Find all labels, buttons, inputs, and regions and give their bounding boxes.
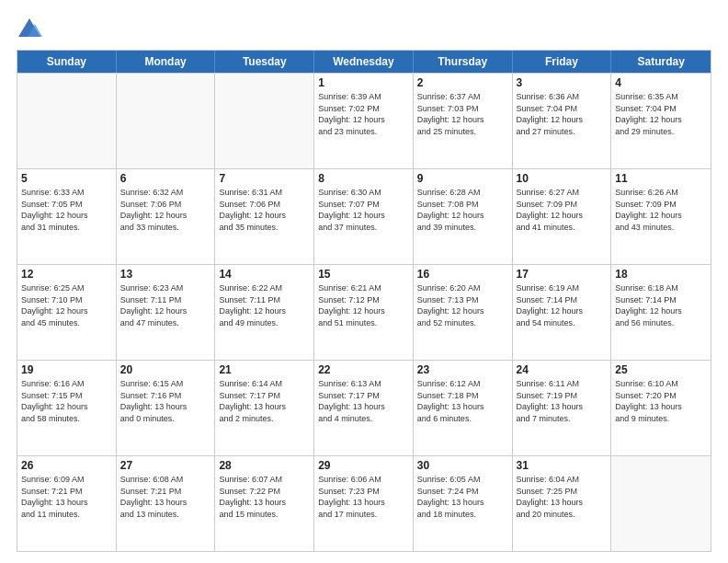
- day-number: 8: [318, 172, 409, 185]
- calendar-week-2: 5Sunrise: 6:33 AM Sunset: 7:05 PM Daylig…: [17, 168, 711, 264]
- day-number: 26: [21, 459, 112, 472]
- day-number: 14: [219, 268, 310, 281]
- day-info: Sunrise: 6:22 AM Sunset: 7:11 PM Dayligh…: [219, 282, 310, 328]
- calendar-week-5: 26Sunrise: 6:09 AM Sunset: 7:21 PM Dayli…: [17, 455, 711, 551]
- day-info: Sunrise: 6:05 AM Sunset: 7:24 PM Dayligh…: [417, 474, 508, 520]
- day-info: Sunrise: 6:14 AM Sunset: 7:17 PM Dayligh…: [219, 378, 310, 424]
- calendar-week-1: 1Sunrise: 6:39 AM Sunset: 7:02 PM Daylig…: [17, 73, 711, 168]
- day-info: Sunrise: 6:35 AM Sunset: 7:04 PM Dayligh…: [615, 91, 707, 137]
- day-cell-8: 8Sunrise: 6:30 AM Sunset: 7:07 PM Daylig…: [314, 169, 414, 264]
- calendar-body: 1Sunrise: 6:39 AM Sunset: 7:02 PM Daylig…: [17, 73, 711, 551]
- day-info: Sunrise: 6:16 AM Sunset: 7:15 PM Dayligh…: [21, 378, 112, 424]
- logo-icon: [17, 17, 42, 42]
- header-day-saturday: Saturday: [611, 51, 711, 73]
- day-cell-23: 23Sunrise: 6:12 AM Sunset: 7:18 PM Dayli…: [414, 361, 513, 455]
- day-cell-13: 13Sunrise: 6:23 AM Sunset: 7:11 PM Dayli…: [117, 265, 216, 360]
- day-cell-7: 7Sunrise: 6:31 AM Sunset: 7:06 PM Daylig…: [215, 169, 314, 264]
- day-cell-20: 20Sunrise: 6:15 AM Sunset: 7:16 PM Dayli…: [117, 361, 216, 455]
- day-cell-24: 24Sunrise: 6:11 AM Sunset: 7:19 PM Dayli…: [513, 361, 612, 455]
- day-info: Sunrise: 6:09 AM Sunset: 7:21 PM Dayligh…: [21, 474, 112, 520]
- day-number: 28: [219, 459, 310, 472]
- day-number: 3: [517, 76, 608, 89]
- header-day-friday: Friday: [513, 51, 612, 73]
- day-info: Sunrise: 6:20 AM Sunset: 7:13 PM Dayligh…: [417, 282, 508, 328]
- empty-cell: [117, 74, 216, 168]
- day-info: Sunrise: 6:19 AM Sunset: 7:14 PM Dayligh…: [517, 282, 608, 328]
- day-cell-26: 26Sunrise: 6:09 AM Sunset: 7:21 PM Dayli…: [17, 456, 117, 551]
- day-cell-1: 1Sunrise: 6:39 AM Sunset: 7:02 PM Daylig…: [314, 74, 414, 168]
- empty-cell: [611, 456, 711, 551]
- page-header: [17, 17, 711, 42]
- day-info: Sunrise: 6:12 AM Sunset: 7:18 PM Dayligh…: [417, 378, 508, 424]
- day-cell-16: 16Sunrise: 6:20 AM Sunset: 7:13 PM Dayli…: [414, 265, 513, 360]
- day-info: Sunrise: 6:25 AM Sunset: 7:10 PM Dayligh…: [21, 282, 112, 328]
- day-number: 19: [21, 363, 112, 376]
- day-info: Sunrise: 6:15 AM Sunset: 7:16 PM Dayligh…: [120, 378, 211, 424]
- day-number: 29: [318, 459, 409, 472]
- header-day-monday: Monday: [117, 51, 216, 73]
- day-number: 27: [120, 459, 211, 472]
- day-info: Sunrise: 6:23 AM Sunset: 7:11 PM Dayligh…: [120, 282, 211, 328]
- day-number: 24: [517, 363, 608, 376]
- day-info: Sunrise: 6:39 AM Sunset: 7:02 PM Dayligh…: [318, 91, 409, 137]
- day-number: 20: [120, 363, 211, 376]
- day-number: 6: [120, 172, 211, 185]
- day-number: 16: [417, 268, 508, 281]
- day-cell-14: 14Sunrise: 6:22 AM Sunset: 7:11 PM Dayli…: [215, 265, 314, 360]
- day-info: Sunrise: 6:36 AM Sunset: 7:04 PM Dayligh…: [517, 91, 608, 137]
- calendar-header: SundayMondayTuesdayWednesdayThursdayFrid…: [17, 51, 711, 73]
- day-number: 9: [417, 172, 508, 185]
- day-number: 25: [615, 363, 707, 376]
- day-number: 22: [318, 363, 409, 376]
- day-number: 11: [615, 172, 707, 185]
- day-cell-4: 4Sunrise: 6:35 AM Sunset: 7:04 PM Daylig…: [611, 74, 711, 168]
- day-info: Sunrise: 6:33 AM Sunset: 7:05 PM Dayligh…: [21, 187, 112, 233]
- day-cell-27: 27Sunrise: 6:08 AM Sunset: 7:21 PM Dayli…: [117, 456, 216, 551]
- day-cell-12: 12Sunrise: 6:25 AM Sunset: 7:10 PM Dayli…: [17, 265, 117, 360]
- day-number: 1: [318, 76, 409, 89]
- day-cell-21: 21Sunrise: 6:14 AM Sunset: 7:17 PM Dayli…: [215, 361, 314, 455]
- day-info: Sunrise: 6:08 AM Sunset: 7:21 PM Dayligh…: [120, 474, 211, 520]
- day-cell-11: 11Sunrise: 6:26 AM Sunset: 7:09 PM Dayli…: [611, 169, 711, 264]
- day-number: 13: [120, 268, 211, 281]
- day-info: Sunrise: 6:37 AM Sunset: 7:03 PM Dayligh…: [417, 91, 508, 137]
- day-number: 5: [21, 172, 112, 185]
- day-number: 30: [417, 459, 508, 472]
- day-info: Sunrise: 6:18 AM Sunset: 7:14 PM Dayligh…: [615, 282, 707, 328]
- day-info: Sunrise: 6:31 AM Sunset: 7:06 PM Dayligh…: [219, 187, 310, 233]
- logo: [17, 17, 46, 42]
- day-cell-19: 19Sunrise: 6:16 AM Sunset: 7:15 PM Dayli…: [17, 361, 117, 455]
- day-cell-31: 31Sunrise: 6:04 AM Sunset: 7:25 PM Dayli…: [513, 456, 612, 551]
- day-cell-25: 25Sunrise: 6:10 AM Sunset: 7:20 PM Dayli…: [611, 361, 711, 455]
- calendar-grid: SundayMondayTuesdayWednesdayThursdayFrid…: [17, 50, 711, 552]
- header-day-sunday: Sunday: [17, 51, 117, 73]
- day-info: Sunrise: 6:30 AM Sunset: 7:07 PM Dayligh…: [318, 187, 409, 233]
- day-info: Sunrise: 6:10 AM Sunset: 7:20 PM Dayligh…: [615, 378, 707, 424]
- day-cell-29: 29Sunrise: 6:06 AM Sunset: 7:23 PM Dayli…: [314, 456, 414, 551]
- day-info: Sunrise: 6:32 AM Sunset: 7:06 PM Dayligh…: [120, 187, 211, 233]
- day-info: Sunrise: 6:13 AM Sunset: 7:17 PM Dayligh…: [318, 378, 409, 424]
- day-info: Sunrise: 6:27 AM Sunset: 7:09 PM Dayligh…: [517, 187, 608, 233]
- day-cell-10: 10Sunrise: 6:27 AM Sunset: 7:09 PM Dayli…: [513, 169, 612, 264]
- day-cell-28: 28Sunrise: 6:07 AM Sunset: 7:22 PM Dayli…: [215, 456, 314, 551]
- day-cell-2: 2Sunrise: 6:37 AM Sunset: 7:03 PM Daylig…: [414, 74, 513, 168]
- day-number: 15: [318, 268, 409, 281]
- day-number: 21: [219, 363, 310, 376]
- day-cell-5: 5Sunrise: 6:33 AM Sunset: 7:05 PM Daylig…: [17, 169, 117, 264]
- day-cell-6: 6Sunrise: 6:32 AM Sunset: 7:06 PM Daylig…: [117, 169, 216, 264]
- day-number: 4: [615, 76, 707, 89]
- day-number: 10: [517, 172, 608, 185]
- day-info: Sunrise: 6:21 AM Sunset: 7:12 PM Dayligh…: [318, 282, 409, 328]
- day-info: Sunrise: 6:26 AM Sunset: 7:09 PM Dayligh…: [615, 187, 707, 233]
- day-number: 12: [21, 268, 112, 281]
- day-cell-22: 22Sunrise: 6:13 AM Sunset: 7:17 PM Dayli…: [314, 361, 414, 455]
- header-day-tuesday: Tuesday: [215, 51, 314, 73]
- empty-cell: [17, 74, 117, 168]
- day-info: Sunrise: 6:04 AM Sunset: 7:25 PM Dayligh…: [517, 474, 608, 520]
- calendar-week-4: 19Sunrise: 6:16 AM Sunset: 7:15 PM Dayli…: [17, 360, 711, 455]
- day-cell-3: 3Sunrise: 6:36 AM Sunset: 7:04 PM Daylig…: [513, 74, 612, 168]
- day-number: 17: [517, 268, 608, 281]
- day-cell-18: 18Sunrise: 6:18 AM Sunset: 7:14 PM Dayli…: [611, 265, 711, 360]
- day-number: 2: [417, 76, 508, 89]
- day-info: Sunrise: 6:07 AM Sunset: 7:22 PM Dayligh…: [219, 474, 310, 520]
